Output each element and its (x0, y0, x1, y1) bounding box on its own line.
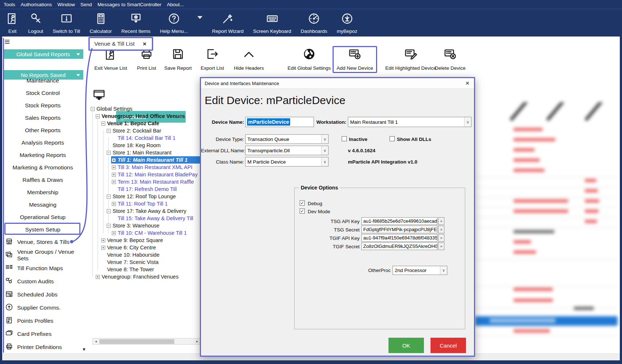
add-new-device-button[interactable]: Add New Device (334, 47, 375, 71)
chevron-down-icon[interactable]: ∨ (321, 146, 328, 155)
sidebar-item-membership[interactable]: Membership (2, 186, 83, 199)
sidebar-item-maintenance[interactable]: Maintenance (2, 74, 83, 87)
debug-checkbox[interactable]: ✓ (300, 200, 305, 206)
show-all-dlls-checkbox[interactable] (390, 136, 395, 141)
sidebar-item-custom-audits[interactable]: Custom Audits (5, 275, 83, 288)
tsg-secret-input[interactable]: FdGptgfPFilYMPik-pcpajpcPIJ8jFEGLEj (361, 226, 437, 233)
hamburger-icon[interactable]: ≡ (4, 37, 10, 46)
exit-button[interactable]: Exit (1, 9, 23, 37)
chevron-down-icon[interactable]: ∨ (321, 135, 328, 143)
tree-node-venue-10[interactable]: Venue 10: Habourside (83, 251, 202, 258)
collapse-icon[interactable]: − (107, 129, 111, 133)
tgif-api-key-expand-icon[interactable]: » (438, 234, 444, 242)
device-name-input[interactable]: mParticleDevice (245, 117, 314, 127)
tree-node-store-1[interactable]: −Store 1: Main Restaurant (83, 149, 202, 156)
dialog-close-icon[interactable]: ✕ (465, 80, 470, 86)
expand-icon[interactable]: + (101, 238, 105, 242)
tree-node-store-17[interactable]: −Store 17: Take Away & Delivery (83, 207, 202, 215)
sidebar-item-card-prefixes[interactable]: Card Prefixes (5, 327, 83, 341)
class-name-select[interactable]: M Particle Device ∨ (245, 157, 329, 166)
switch-to-till-button[interactable]: Switch to Till (48, 9, 85, 37)
expand-icon[interactable]: + (112, 165, 116, 169)
export-list-button[interactable]: Export List (197, 47, 228, 71)
tree-node-till-17[interactable]: Till 17: Refresh Demo Till (83, 185, 202, 193)
menu-about[interactable]: About... (167, 2, 184, 7)
tree-node-venue-7[interactable]: Venue 7: Scenic Vista (83, 258, 202, 266)
tree-node-till-1-selected[interactable]: +Till 1: Main Restaurant Till 1 (83, 156, 202, 164)
expand-icon[interactable]: + (112, 231, 116, 235)
cancel-button[interactable]: Cancel (431, 338, 466, 353)
tree-node-venue-1[interactable]: −Venue 1: Bepoz Cafe (83, 120, 202, 127)
tree-node-till-15[interactable]: Till 15: Take Away & Delivery Till (83, 215, 202, 222)
logout-button[interactable]: Logout (23, 9, 48, 37)
device-type-select[interactable]: Transaction Queue ∨ (245, 134, 329, 144)
collapse-icon[interactable]: − (96, 114, 100, 118)
tsg-api-key-expand-icon[interactable]: » (438, 217, 444, 225)
help-menu-button[interactable]: Help Menu... (155, 9, 193, 37)
tree-node-venuegroup-head-office[interactable]: −Venuegroup: Head Office Venues (83, 112, 202, 120)
workstation-select[interactable]: Main Restaurant Till 1 ∨ (348, 117, 471, 127)
otherproc-select[interactable]: 2nd Processor ∨ (392, 266, 447, 275)
recent-items-button[interactable]: Recent Items (117, 9, 155, 37)
tree-node-store-18[interactable]: Store 18: Keg Room (83, 142, 202, 149)
expand-icon[interactable]: + (96, 275, 100, 279)
delete-device-button[interactable]: Delete Device (431, 47, 469, 71)
report-wizard-button[interactable]: Report Wizard (207, 9, 248, 37)
sidebar-item-system-setup[interactable]: System Setup (2, 223, 83, 236)
sidebar-item-points-profiles[interactable]: Points Profiles (5, 314, 83, 327)
chevron-down-icon[interactable]: ∨ (464, 117, 471, 127)
scrollbar-thumb[interactable] (99, 339, 174, 344)
hide-headers-button[interactable]: Hide Headers (231, 47, 267, 71)
tree-node-venue-8[interactable]: Venue 8: The Tower (83, 266, 202, 273)
print-list-button[interactable]: Print List (132, 47, 161, 71)
collapse-icon[interactable]: − (91, 107, 95, 111)
collapse-icon[interactable]: − (101, 122, 105, 126)
menu-tools[interactable]: Tools (4, 2, 15, 7)
dialog-titlebar[interactable]: Device and Interfaces Maintenance (201, 78, 474, 89)
collapse-icon[interactable]: − (107, 195, 111, 199)
scroll-left-icon[interactable]: ◄ (93, 338, 99, 344)
tree-node-term-13[interactable]: +Term 13: Main Restaurant Raffle (83, 178, 202, 185)
sidebar-scroll-down-icon[interactable]: ▼ (82, 347, 86, 352)
tree-node-venuegroup-franchised[interactable]: +Venuegroup: Franchised Venues (83, 273, 202, 280)
tree-node-store-3[interactable]: −Store 3: Warehouse (83, 222, 202, 229)
tree-node-till-12[interactable]: +Till 12: Main Restaurant BladePay (83, 171, 202, 178)
sidebar-item-till-function-maps[interactable]: Till Function Maps (5, 262, 83, 275)
menu-send[interactable]: Send (80, 2, 92, 7)
ok-button[interactable]: OK (388, 338, 424, 353)
mybepoz-button[interactable]: myBepoz (332, 9, 362, 37)
sidebar-item-messaging[interactable]: Messaging (2, 199, 83, 211)
save-report-button[interactable]: Save Report (161, 47, 195, 71)
sidebar-item-stock-control[interactable]: Stock Control (2, 87, 83, 99)
exit-venue-list-button[interactable]: Exit Venue List (91, 47, 131, 71)
sidebar-item-sales-reports[interactable]: Sales Reports (2, 112, 83, 124)
calculator-button[interactable]: Calculator (85, 9, 117, 37)
chevron-down-icon[interactable]: ∨ (440, 266, 447, 275)
tgif-api-key-input[interactable]: au1-947f9a4f150e69478d6f0483357e7 (361, 234, 437, 242)
inactive-checkbox[interactable] (342, 136, 347, 141)
tree-node-venue-6[interactable]: +Venue 6: City Centre (83, 244, 202, 251)
tgif-secret-expand-icon[interactable]: » (438, 242, 444, 250)
sidebar-item-venue-stores-tills[interactable]: Venue, Stores & Tills (5, 235, 83, 249)
global-saved-reports-button[interactable]: Global Saved Reports (3, 49, 83, 59)
sidebar-item-printer-definitions[interactable]: Printer Definitions (5, 341, 83, 354)
menu-window[interactable]: Window (57, 2, 75, 7)
sidebar-item-venue-groups[interactable]: Venue Groups / Venue Sets (5, 249, 83, 262)
expand-icon[interactable]: + (112, 158, 116, 162)
sidebar-item-analysis-reports[interactable]: Analysis Reports (2, 137, 83, 149)
expand-icon[interactable]: + (112, 180, 116, 184)
tree-node-store-2[interactable]: −Store 2: Cocktail Bar (83, 127, 202, 134)
sidebar-item-stock-reports[interactable]: Stock Reports (2, 99, 83, 112)
tab-venue-till-list[interactable]: Venue & Till List ✕ (90, 38, 152, 50)
dashboards-button[interactable]: Dashboards (296, 9, 332, 37)
tab-close-icon[interactable]: ✕ (143, 41, 147, 47)
collapse-icon[interactable]: − (107, 224, 111, 228)
expand-icon[interactable]: + (112, 173, 116, 177)
tree-horizontal-scrollbar[interactable]: ◄ ► (92, 338, 201, 345)
external-dll-select[interactable]: Transqmparticle.Dll ∨ (245, 146, 329, 155)
sidebar-item-scheduled-jobs[interactable]: Scheduled Jobs (5, 288, 83, 301)
tsg-api-key-input[interactable]: au1-f8685b25e6d7ce499610aecadd7d (361, 217, 437, 225)
collapse-icon[interactable]: − (107, 151, 111, 155)
tree-node-global-settings[interactable]: −Global Settings (83, 105, 202, 112)
expand-icon[interactable]: + (101, 246, 105, 250)
